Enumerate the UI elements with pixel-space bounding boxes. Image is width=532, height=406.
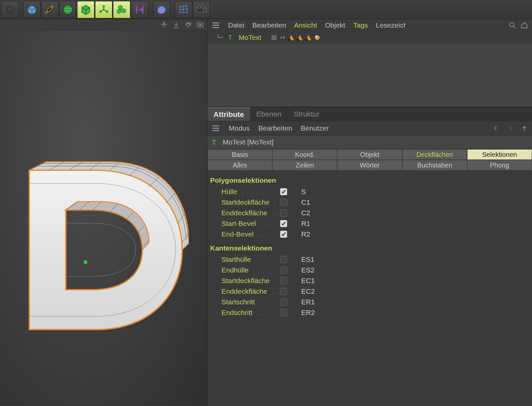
checkbox-enddeckflche[interactable]	[280, 209, 287, 217]
param-value: C1	[301, 198, 310, 206]
svg-point-9	[51, 6, 53, 8]
checkbox-startdeckflche[interactable]	[280, 277, 287, 284]
attr-tab-wrter[interactable]: Wörter	[337, 160, 402, 170]
tool-cubes[interactable]	[113, 1, 130, 18]
checkbox-endbevel[interactable]	[280, 231, 287, 238]
param-startdeckflche: Startdeckfläche .C1	[210, 197, 529, 208]
forward-icon[interactable]	[506, 125, 515, 132]
texture-tag-3-icon[interactable]	[305, 34, 312, 41]
am-object-header: T MoText [MoText]	[207, 135, 532, 149]
om-menu-datei[interactable]: Datei	[228, 21, 244, 29]
param-value: S	[301, 188, 306, 196]
svg-point-21	[198, 6, 200, 8]
tool-atoms[interactable]	[95, 1, 112, 18]
tool-cube-green[interactable]	[77, 1, 94, 18]
checkbox-starthlle[interactable]	[280, 256, 287, 263]
om-menu-ansicht[interactable]: Ansicht	[294, 21, 317, 29]
checkbox-hlle[interactable]	[280, 188, 287, 195]
param-value: EC2	[301, 287, 315, 295]
checkbox-endschritt[interactable]	[280, 309, 287, 316]
svg-line-8	[6, 12, 7, 14]
attr-tab-objekt[interactable]: Objekt	[337, 149, 402, 160]
param-value: R2	[301, 230, 310, 238]
am-menu-benutzer[interactable]: Benutzer	[301, 124, 329, 132]
tree-branch-icon	[217, 34, 225, 42]
svg-text:T: T	[212, 138, 216, 146]
am-tab-ebenen[interactable]: Ebenen	[250, 107, 288, 121]
visibility-tag-icon[interactable]	[279, 34, 286, 41]
om-object-name[interactable]: MoText	[239, 34, 261, 42]
main-toolbar	[0, 0, 532, 19]
am-panel-tabs: Attribute Ebenen Struktur	[207, 107, 532, 121]
checkbox-startbevel[interactable]	[280, 220, 287, 227]
param-value: ES1	[301, 255, 315, 263]
attr-tab-selektionen[interactable]: Selektionen	[467, 149, 532, 160]
back-icon[interactable]	[491, 125, 500, 132]
am-attr-tabs-row1: BasisKoord.ObjektDeckflächenSelektionen	[207, 149, 532, 160]
tool-width[interactable]	[131, 1, 148, 18]
svg-text:T: T	[228, 34, 232, 41]
attr-tab-koord[interactable]: Koord.	[272, 149, 337, 160]
param-endschritt: Endschritt . . .ER2	[210, 307, 529, 318]
param-startdeckflche: Startdeckfläche .EC1	[210, 275, 529, 286]
svg-point-0	[7, 7, 13, 12]
search-icon[interactable]	[509, 22, 516, 29]
attr-tab-alles[interactable]: Alles	[207, 160, 272, 170]
frame-icon[interactable]	[197, 21, 204, 29]
param-enddeckflche: Enddeckfläche . .C2	[210, 208, 529, 218]
param-value: ER2	[301, 309, 315, 317]
am-tab-struktur[interactable]: Struktur	[288, 107, 326, 121]
am-object-title: MoText [MoText]	[223, 138, 274, 146]
am-attr-tabs-row2: AllesZeilenWörterBuchstabenPhong	[207, 160, 532, 170]
tool-sphere-poly[interactable]	[59, 1, 76, 18]
om-empty-area[interactable]	[207, 44, 532, 107]
am-tab-attribute[interactable]: Attribute	[207, 107, 250, 121]
attr-tab-buchstaben[interactable]: Buchstaben	[402, 160, 467, 170]
tool-settings[interactable]	[1, 1, 19, 18]
svg-rect-33	[288, 39, 291, 41]
menu-icon[interactable]	[211, 22, 220, 29]
attr-tab-basis[interactable]: Basis	[207, 149, 272, 160]
am-menubar: Modus Bearbeiten Benutzer	[207, 121, 532, 135]
param-endbevel: End-Bevel . . . .R2	[210, 229, 529, 240]
om-menu-tags[interactable]: Tags	[353, 21, 368, 29]
tool-cube[interactable]	[23, 1, 41, 18]
up-icon[interactable]	[521, 125, 528, 132]
svg-line-7	[13, 6, 14, 7]
am-menu-bearbeiten[interactable]: Bearbeiten	[258, 124, 292, 132]
svg-rect-34	[297, 39, 299, 41]
om-menu-objekt[interactable]: Objekt	[325, 21, 345, 29]
om-menu-lesezeichen[interactable]: Lesezeichen	[376, 21, 406, 29]
tool-pen[interactable]	[41, 1, 59, 18]
checkbox-enddeckflche[interactable]	[280, 288, 287, 295]
3d-viewport[interactable]	[0, 31, 207, 406]
menu-icon[interactable]	[211, 125, 220, 132]
checkbox-startschritt[interactable]	[280, 298, 287, 306]
svg-point-36	[315, 35, 320, 40]
attr-tab-phong[interactable]: Phong	[467, 160, 532, 170]
tool-camera[interactable]	[193, 1, 210, 18]
phong-tag-icon[interactable]	[314, 34, 321, 41]
refresh-icon[interactable]	[185, 21, 192, 29]
tool-grid[interactable]	[175, 1, 192, 18]
motext-icon: T	[211, 138, 219, 146]
param-value: ES2	[301, 266, 315, 274]
layer-tag-icon[interactable]	[271, 34, 277, 41]
checkbox-startdeckflche[interactable]	[280, 199, 287, 206]
home-icon[interactable]	[521, 22, 528, 29]
attr-tab-zeilen[interactable]: Zeilen	[272, 160, 337, 170]
om-object-row[interactable]: T MoText	[207, 31, 532, 44]
svg-point-22	[201, 6, 203, 8]
attr-tab-deckflchen[interactable]: Deckflächen	[402, 149, 467, 160]
texture-tag-1-icon[interactable]	[288, 34, 295, 41]
drop-icon[interactable]	[173, 21, 180, 29]
checkbox-endhlle[interactable]	[280, 266, 287, 274]
om-menu-bearbeiten[interactable]: Bearbeiten	[252, 21, 286, 29]
move-icon[interactable]	[161, 21, 168, 29]
svg-point-37	[315, 36, 317, 38]
texture-tag-2-icon[interactable]	[297, 34, 303, 41]
tool-blob[interactable]	[153, 1, 170, 18]
param-endhlle: Endhülle . . . .ES2	[210, 265, 529, 275]
svg-rect-31	[271, 35, 277, 40]
am-menu-modus[interactable]: Modus	[229, 124, 250, 132]
